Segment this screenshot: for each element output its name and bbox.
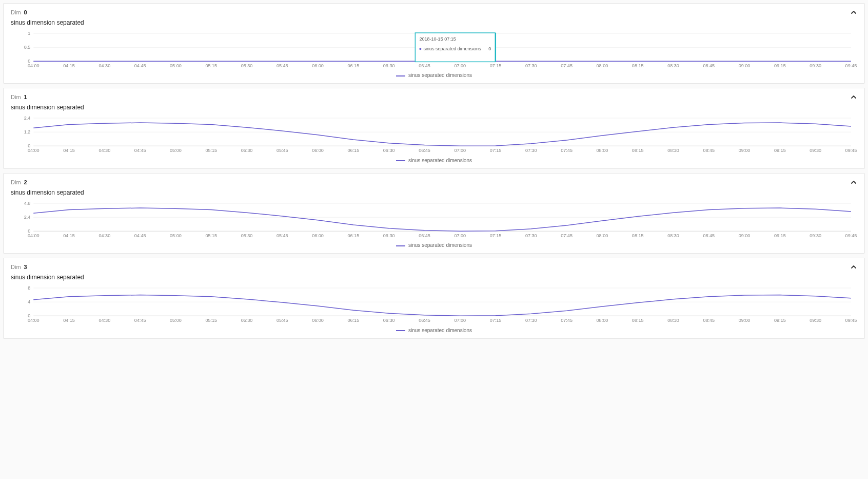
svg-text:08:00: 08:00: [597, 148, 608, 154]
chart-area[interactable]: 01.22.404:0004:1504:3004:4505:0005:1505:…: [11, 115, 857, 155]
svg-text:09:00: 09:00: [739, 148, 751, 154]
svg-text:09:00: 09:00: [739, 63, 751, 68]
svg-text:07:15: 07:15: [490, 148, 502, 154]
legend-swatch: [396, 245, 405, 246]
svg-text:05:00: 05:00: [170, 63, 182, 68]
svg-text:08:30: 08:30: [667, 233, 679, 238]
svg-text:4.8: 4.8: [24, 201, 31, 206]
svg-text:1.2: 1.2: [24, 130, 31, 135]
svg-text:04:15: 04:15: [63, 233, 75, 238]
svg-text:06:45: 06:45: [419, 63, 430, 68]
svg-text:2.4: 2.4: [24, 215, 31, 220]
svg-text:06:00: 06:00: [312, 233, 324, 238]
svg-text:05:45: 05:45: [277, 148, 288, 154]
legend-label: sinus separated dimensions: [408, 72, 472, 78]
svg-text:08:45: 08:45: [703, 233, 715, 238]
dim-prefix: Dim: [11, 9, 21, 15]
legend-swatch: [396, 160, 405, 161]
panel-title: sinus dimension separated: [11, 189, 857, 196]
svg-text:04:00: 04:00: [28, 63, 40, 68]
collapse-icon[interactable]: [850, 179, 857, 186]
dim-number: 1: [24, 94, 27, 100]
svg-text:05:00: 05:00: [170, 148, 182, 154]
svg-text:07:45: 07:45: [561, 318, 573, 323]
legend-label: sinus separated dimensions: [408, 328, 472, 333]
svg-text:09:45: 09:45: [845, 63, 857, 68]
chart-panel-dim-0: Dim0sinus dimension separated00.5104:000…: [3, 3, 865, 84]
svg-text:07:15: 07:15: [490, 318, 502, 323]
svg-text:04:45: 04:45: [134, 233, 146, 238]
dim-number: 2: [24, 179, 27, 185]
svg-text:07:30: 07:30: [525, 63, 537, 68]
svg-text:05:30: 05:30: [241, 233, 253, 238]
panel-header: Dim2: [11, 179, 857, 186]
svg-text:06:15: 06:15: [348, 318, 360, 323]
svg-text:08:15: 08:15: [632, 318, 644, 323]
dim-number: 0: [24, 9, 27, 15]
collapse-icon[interactable]: [850, 263, 857, 271]
svg-text:09:15: 09:15: [774, 318, 786, 323]
svg-text:08:15: 08:15: [632, 63, 644, 68]
svg-text:06:15: 06:15: [348, 148, 360, 154]
svg-text:07:00: 07:00: [454, 63, 466, 68]
dim-prefix: Dim: [11, 94, 21, 100]
svg-text:08:30: 08:30: [667, 148, 679, 154]
legend-swatch: [396, 75, 405, 76]
panel-header: Dim0: [11, 9, 857, 16]
svg-text:09:45: 09:45: [845, 148, 857, 154]
svg-text:0.5: 0.5: [24, 45, 31, 50]
collapse-icon[interactable]: [850, 93, 857, 101]
svg-text:sinus separated dimensions: sinus separated dimensions: [423, 46, 481, 51]
svg-text:09:15: 09:15: [774, 148, 786, 154]
svg-text:09:30: 09:30: [810, 148, 821, 154]
svg-text:06:30: 06:30: [383, 63, 395, 68]
svg-text:04:45: 04:45: [134, 318, 146, 323]
svg-text:06:45: 06:45: [419, 233, 430, 238]
svg-text:05:45: 05:45: [277, 63, 288, 68]
panel-header: Dim3: [11, 263, 857, 271]
svg-text:07:15: 07:15: [490, 233, 502, 238]
panel-header: Dim1: [11, 93, 857, 101]
svg-text:05:30: 05:30: [241, 318, 253, 323]
svg-text:05:15: 05:15: [205, 233, 217, 238]
svg-text:06:45: 06:45: [419, 148, 430, 154]
panel-dim-label: Dim1: [11, 94, 27, 100]
svg-text:08:00: 08:00: [597, 63, 608, 68]
chart-legend: sinus separated dimensions: [11, 240, 857, 251]
dim-prefix: Dim: [11, 264, 21, 270]
svg-text:05:15: 05:15: [205, 63, 217, 68]
svg-text:08:15: 08:15: [632, 148, 644, 154]
panel-dim-label: Dim2: [11, 179, 27, 185]
svg-text:08:30: 08:30: [667, 318, 679, 323]
svg-text:07:00: 07:00: [454, 233, 466, 238]
svg-text:07:45: 07:45: [561, 63, 573, 68]
svg-text:08:30: 08:30: [667, 63, 679, 68]
svg-text:06:15: 06:15: [348, 63, 360, 68]
collapse-icon[interactable]: [850, 9, 857, 16]
svg-text:08:00: 08:00: [597, 233, 608, 238]
chart-area[interactable]: 02.44.804:0004:1504:3004:4505:0005:1505:…: [11, 200, 857, 240]
svg-text:07:30: 07:30: [525, 148, 537, 154]
svg-text:08:00: 08:00: [597, 318, 608, 323]
chart-legend: sinus separated dimensions: [11, 70, 857, 81]
svg-text:04:30: 04:30: [99, 148, 111, 154]
svg-text:06:30: 06:30: [383, 233, 395, 238]
svg-text:07:15: 07:15: [490, 63, 502, 68]
chart-panel-dim-3: Dim3sinus dimension separated04804:0004:…: [3, 258, 865, 338]
svg-text:04:15: 04:15: [63, 318, 75, 323]
svg-text:07:45: 07:45: [561, 233, 573, 238]
svg-text:07:45: 07:45: [561, 148, 573, 154]
svg-text:08:45: 08:45: [703, 148, 715, 154]
svg-text:05:15: 05:15: [205, 148, 217, 154]
svg-text:04:45: 04:45: [134, 63, 146, 68]
chart-area[interactable]: 04804:0004:1504:3004:4505:0005:1505:3005…: [11, 285, 857, 325]
panel-title: sinus dimension separated: [11, 19, 857, 26]
svg-text:04:30: 04:30: [99, 233, 111, 238]
panel-title: sinus dimension separated: [11, 274, 857, 281]
svg-text:07:30: 07:30: [525, 318, 537, 323]
svg-text:09:45: 09:45: [845, 233, 857, 238]
chart-area[interactable]: 00.5104:0004:1504:3004:4505:0005:1505:30…: [11, 30, 857, 70]
svg-text:8: 8: [28, 285, 30, 291]
svg-text:04:45: 04:45: [134, 148, 146, 154]
svg-text:06:00: 06:00: [312, 63, 324, 68]
